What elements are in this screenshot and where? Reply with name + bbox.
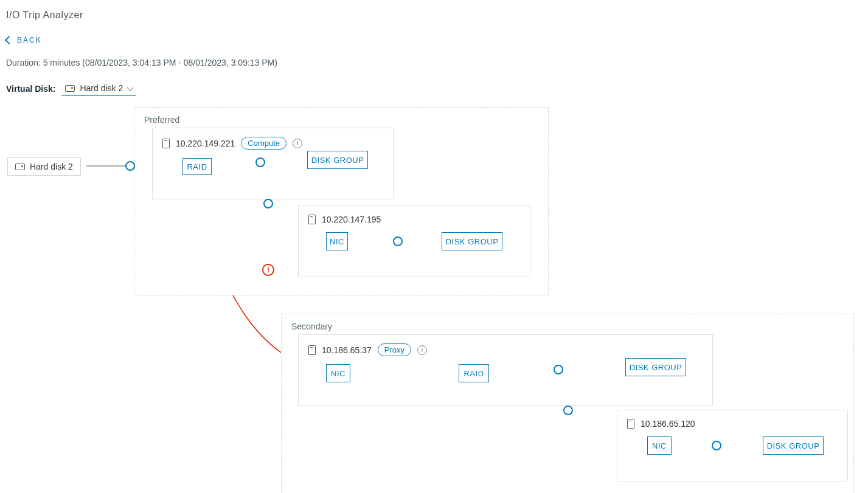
host-icon (627, 419, 634, 429)
host3-ip: 10.186.65.37 (322, 345, 372, 355)
hard-disk-icon (15, 164, 25, 170)
chevron-left-icon (5, 36, 13, 44)
host-icon (308, 345, 316, 355)
virtual-disk-select[interactable]: Hard disk 2 (61, 81, 136, 96)
host1-role-badge: Compute (241, 137, 286, 150)
alert-dot-icon[interactable]: ! (262, 264, 274, 276)
raid-node-h1[interactable]: RAID (182, 158, 212, 175)
secondary-label: Secondary (282, 314, 853, 331)
info-icon[interactable]: i (293, 139, 302, 148)
latency-dot[interactable] (563, 405, 573, 415)
diskgroup-node-h1[interactable]: DISK GROUP (307, 151, 368, 169)
nic-node-h2[interactable]: NIC (326, 232, 348, 250)
back-button[interactable]: BACK (6, 36, 42, 44)
virtual-disk-selected: Hard disk 2 (80, 83, 123, 93)
back-label: BACK (17, 36, 42, 44)
host4-ip: 10.186.65.120 (641, 419, 695, 429)
page-title: I/O Trip Analyzer (6, 10, 862, 21)
diskgroup-node-h4[interactable]: DISK GROUP (763, 436, 824, 455)
latency-dot[interactable] (554, 365, 563, 374)
nic-node-h4[interactable]: NIC (647, 436, 672, 455)
latency-dot[interactable] (255, 157, 265, 167)
latency-dot[interactable] (393, 236, 403, 246)
source-disk-node[interactable]: Hard disk 2 (7, 157, 81, 176)
virtual-disk-label: Virtual Disk: (6, 84, 55, 94)
duration-text: Duration: 5 minutes (08/01/2023, 3:04:13… (6, 58, 862, 67)
host1-ip: 10.220.149.221 (176, 139, 235, 148)
chevron-down-icon (127, 84, 134, 91)
latency-dot[interactable] (125, 161, 135, 171)
host-icon (308, 215, 316, 224)
diskgroup-node-h2[interactable]: DISK GROUP (442, 232, 502, 250)
info-icon[interactable]: i (417, 345, 427, 355)
topology-canvas: Hard disk 2 Preferred 10.220.149.221 Com… (6, 107, 862, 493)
nic-node-h3[interactable]: NIC (326, 364, 350, 382)
host3-role-badge: Proxy (378, 343, 411, 356)
preferred-label: Preferred (134, 108, 548, 125)
raid-node-h3[interactable]: RAID (459, 364, 489, 382)
host-icon (162, 139, 170, 148)
latency-dot[interactable] (263, 199, 273, 209)
hard-disk-icon (65, 85, 75, 92)
host2-ip: 10.220.147.195 (322, 215, 381, 224)
source-disk-label: Hard disk 2 (30, 162, 73, 171)
diskgroup-node-h3[interactable]: DISK GROUP (625, 358, 686, 376)
latency-dot[interactable] (712, 441, 721, 450)
